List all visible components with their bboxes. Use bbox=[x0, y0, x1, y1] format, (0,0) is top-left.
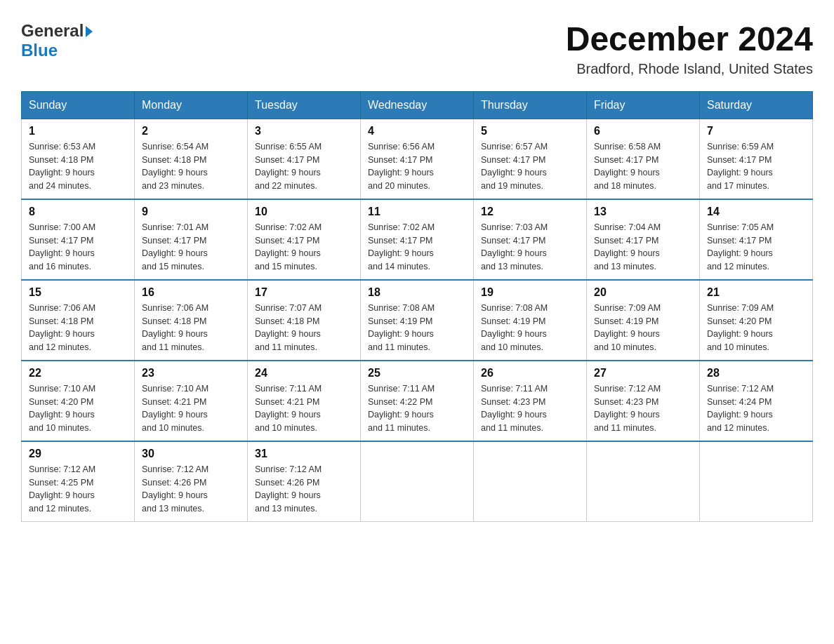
table-row: 18Sunrise: 7:08 AMSunset: 4:19 PMDayligh… bbox=[361, 280, 474, 361]
col-thursday: Thursday bbox=[474, 91, 587, 119]
table-row: 5Sunrise: 6:57 AMSunset: 4:17 PMDaylight… bbox=[474, 119, 587, 199]
day-info: Sunrise: 7:09 AMSunset: 4:20 PMDaylight:… bbox=[707, 302, 805, 354]
table-row: 20Sunrise: 7:09 AMSunset: 4:19 PMDayligh… bbox=[587, 280, 700, 361]
day-info: Sunrise: 7:05 AMSunset: 4:17 PMDaylight:… bbox=[707, 221, 805, 274]
day-info: Sunrise: 7:06 AMSunset: 4:18 PMDaylight:… bbox=[142, 302, 240, 354]
day-info: Sunrise: 6:54 AMSunset: 4:18 PMDaylight:… bbox=[142, 140, 240, 193]
table-row: 17Sunrise: 7:07 AMSunset: 4:18 PMDayligh… bbox=[248, 280, 361, 361]
table-row bbox=[700, 441, 813, 522]
month-title: December 2024 bbox=[566, 21, 813, 58]
day-number: 6 bbox=[594, 125, 692, 137]
table-row: 31Sunrise: 7:12 AMSunset: 4:26 PMDayligh… bbox=[248, 441, 361, 522]
day-info: Sunrise: 7:12 AMSunset: 4:26 PMDaylight:… bbox=[142, 463, 240, 516]
day-number: 11 bbox=[368, 206, 466, 218]
table-row: 28Sunrise: 7:12 AMSunset: 4:24 PMDayligh… bbox=[700, 361, 813, 441]
day-info: Sunrise: 7:12 AMSunset: 4:25 PMDaylight:… bbox=[29, 463, 127, 516]
day-number: 14 bbox=[707, 206, 805, 218]
calendar-header-row: Sunday Monday Tuesday Wednesday Thursday… bbox=[22, 91, 813, 119]
day-info: Sunrise: 7:08 AMSunset: 4:19 PMDaylight:… bbox=[368, 302, 466, 354]
day-number: 30 bbox=[142, 448, 240, 460]
day-number: 16 bbox=[142, 286, 240, 299]
col-saturday: Saturday bbox=[700, 91, 813, 119]
day-info: Sunrise: 6:56 AMSunset: 4:17 PMDaylight:… bbox=[368, 140, 466, 193]
table-row: 14Sunrise: 7:05 AMSunset: 4:17 PMDayligh… bbox=[700, 199, 813, 280]
day-info: Sunrise: 6:57 AMSunset: 4:17 PMDaylight:… bbox=[481, 140, 579, 193]
day-info: Sunrise: 7:02 AMSunset: 4:17 PMDaylight:… bbox=[368, 221, 466, 274]
day-number: 19 bbox=[481, 286, 579, 299]
table-row: 30Sunrise: 7:12 AMSunset: 4:26 PMDayligh… bbox=[135, 441, 248, 522]
day-info: Sunrise: 7:08 AMSunset: 4:19 PMDaylight:… bbox=[481, 302, 579, 354]
day-number: 18 bbox=[368, 286, 466, 299]
day-number: 1 bbox=[29, 125, 127, 137]
table-row: 19Sunrise: 7:08 AMSunset: 4:19 PMDayligh… bbox=[474, 280, 587, 361]
day-info: Sunrise: 7:06 AMSunset: 4:18 PMDaylight:… bbox=[29, 302, 127, 354]
table-row bbox=[361, 441, 474, 522]
day-number: 24 bbox=[255, 367, 353, 380]
day-number: 28 bbox=[707, 367, 805, 380]
day-info: Sunrise: 7:12 AMSunset: 4:26 PMDaylight:… bbox=[255, 463, 353, 516]
table-row: 25Sunrise: 7:11 AMSunset: 4:22 PMDayligh… bbox=[361, 361, 474, 441]
day-info: Sunrise: 7:01 AMSunset: 4:17 PMDaylight:… bbox=[142, 221, 240, 274]
table-row: 2Sunrise: 6:54 AMSunset: 4:18 PMDaylight… bbox=[135, 119, 248, 199]
day-number: 4 bbox=[368, 125, 466, 137]
col-friday: Friday bbox=[587, 91, 700, 119]
day-info: Sunrise: 6:59 AMSunset: 4:17 PMDaylight:… bbox=[707, 140, 805, 193]
table-row: 26Sunrise: 7:11 AMSunset: 4:23 PMDayligh… bbox=[474, 361, 587, 441]
table-row: 9Sunrise: 7:01 AMSunset: 4:17 PMDaylight… bbox=[135, 199, 248, 280]
table-row: 24Sunrise: 7:11 AMSunset: 4:21 PMDayligh… bbox=[248, 361, 361, 441]
day-info: Sunrise: 7:12 AMSunset: 4:23 PMDaylight:… bbox=[594, 382, 692, 435]
day-info: Sunrise: 7:10 AMSunset: 4:20 PMDaylight:… bbox=[29, 382, 127, 435]
day-info: Sunrise: 7:11 AMSunset: 4:21 PMDaylight:… bbox=[255, 382, 353, 435]
table-row: 23Sunrise: 7:10 AMSunset: 4:21 PMDayligh… bbox=[135, 361, 248, 441]
day-info: Sunrise: 7:11 AMSunset: 4:22 PMDaylight:… bbox=[368, 382, 466, 435]
day-info: Sunrise: 7:00 AMSunset: 4:17 PMDaylight:… bbox=[29, 221, 127, 274]
day-number: 13 bbox=[594, 206, 692, 218]
logo-arrow-icon bbox=[86, 26, 93, 37]
table-row: 1Sunrise: 6:53 AMSunset: 4:18 PMDaylight… bbox=[22, 119, 135, 199]
day-info: Sunrise: 6:58 AMSunset: 4:17 PMDaylight:… bbox=[594, 140, 692, 193]
logo-blue-text: Blue bbox=[21, 41, 58, 60]
day-number: 20 bbox=[594, 286, 692, 299]
col-tuesday: Tuesday bbox=[248, 91, 361, 119]
day-number: 29 bbox=[29, 448, 127, 460]
day-info: Sunrise: 7:04 AMSunset: 4:17 PMDaylight:… bbox=[594, 221, 692, 274]
day-info: Sunrise: 7:09 AMSunset: 4:19 PMDaylight:… bbox=[594, 302, 692, 354]
day-number: 25 bbox=[368, 367, 466, 380]
day-info: Sunrise: 7:07 AMSunset: 4:18 PMDaylight:… bbox=[255, 302, 353, 354]
calendar-week-3: 15Sunrise: 7:06 AMSunset: 4:18 PMDayligh… bbox=[22, 280, 813, 361]
table-row: 11Sunrise: 7:02 AMSunset: 4:17 PMDayligh… bbox=[361, 199, 474, 280]
logo: General Blue bbox=[21, 21, 93, 60]
table-row: 15Sunrise: 7:06 AMSunset: 4:18 PMDayligh… bbox=[22, 280, 135, 361]
day-number: 10 bbox=[255, 206, 353, 218]
day-number: 5 bbox=[481, 125, 579, 137]
table-row: 6Sunrise: 6:58 AMSunset: 4:17 PMDaylight… bbox=[587, 119, 700, 199]
day-info: Sunrise: 7:02 AMSunset: 4:17 PMDaylight:… bbox=[255, 221, 353, 274]
table-row: 22Sunrise: 7:10 AMSunset: 4:20 PMDayligh… bbox=[22, 361, 135, 441]
calendar-week-1: 1Sunrise: 6:53 AMSunset: 4:18 PMDaylight… bbox=[22, 119, 813, 199]
col-monday: Monday bbox=[135, 91, 248, 119]
day-number: 22 bbox=[29, 367, 127, 380]
day-info: Sunrise: 6:55 AMSunset: 4:17 PMDaylight:… bbox=[255, 140, 353, 193]
table-row: 8Sunrise: 7:00 AMSunset: 4:17 PMDaylight… bbox=[22, 199, 135, 280]
table-row: 4Sunrise: 6:56 AMSunset: 4:17 PMDaylight… bbox=[361, 119, 474, 199]
day-number: 21 bbox=[707, 286, 805, 299]
table-row bbox=[474, 441, 587, 522]
day-number: 15 bbox=[29, 286, 127, 299]
day-number: 9 bbox=[142, 206, 240, 218]
day-number: 26 bbox=[481, 367, 579, 380]
day-number: 12 bbox=[481, 206, 579, 218]
table-row: 29Sunrise: 7:12 AMSunset: 4:25 PMDayligh… bbox=[22, 441, 135, 522]
day-info: Sunrise: 7:12 AMSunset: 4:24 PMDaylight:… bbox=[707, 382, 805, 435]
table-row: 10Sunrise: 7:02 AMSunset: 4:17 PMDayligh… bbox=[248, 199, 361, 280]
day-info: Sunrise: 7:11 AMSunset: 4:23 PMDaylight:… bbox=[481, 382, 579, 435]
table-row: 16Sunrise: 7:06 AMSunset: 4:18 PMDayligh… bbox=[135, 280, 248, 361]
day-number: 8 bbox=[29, 206, 127, 218]
day-info: Sunrise: 7:03 AMSunset: 4:17 PMDaylight:… bbox=[481, 221, 579, 274]
calendar-week-2: 8Sunrise: 7:00 AMSunset: 4:17 PMDaylight… bbox=[22, 199, 813, 280]
logo-general-row: General bbox=[21, 21, 93, 41]
calendar-week-5: 29Sunrise: 7:12 AMSunset: 4:25 PMDayligh… bbox=[22, 441, 813, 522]
day-number: 2 bbox=[142, 125, 240, 137]
day-number: 23 bbox=[142, 367, 240, 380]
day-number: 17 bbox=[255, 286, 353, 299]
day-number: 3 bbox=[255, 125, 353, 137]
